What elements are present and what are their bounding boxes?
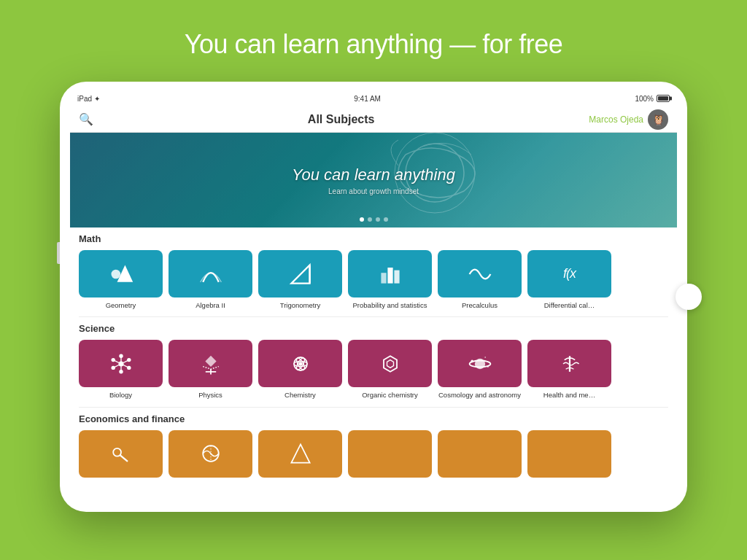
svg-point-13 (127, 358, 131, 362)
svg-point-12 (111, 358, 115, 362)
svg-point-14 (111, 366, 115, 370)
svg-point-15 (127, 366, 131, 370)
status-device: iPad ✦ (77, 95, 100, 103)
micro-icon (79, 430, 163, 478)
hero-subtitle: Learn about growth mindset (292, 187, 455, 195)
search-icon[interactable]: 🔍 (79, 112, 93, 126)
subject-micro[interactable] (79, 430, 163, 481)
ipad-frame: iPad ✦ 9:41 AM 100% 🔍 All Subjects Marco… (60, 82, 687, 512)
subject-physics[interactable]: Physics (169, 340, 252, 399)
subject-eco4[interactable] (348, 430, 432, 481)
svg-marker-42 (291, 445, 309, 463)
health-label: Health and me… (543, 391, 595, 399)
precalculus-label: Precalculus (462, 301, 498, 309)
geometry-icon (79, 250, 163, 298)
scroll-indicator[interactable] (676, 284, 702, 310)
subject-macro[interactable] (169, 430, 252, 481)
subject-probability[interactable]: Probability and statistics (348, 250, 432, 309)
svg-point-36 (484, 357, 486, 358)
hero-banner: You can learn anything Learn about growt… (70, 133, 677, 228)
side-button (57, 242, 60, 264)
chemistry-label: Chemistry (285, 391, 316, 399)
probability-label: Probability and statistics (353, 301, 427, 309)
biology-icon (79, 340, 163, 387)
eco4-icon (348, 430, 432, 478)
economics-subjects-row (79, 430, 668, 481)
geometry-label: Geometry (106, 301, 136, 309)
content-area: You can learn anything Learn about growt… (70, 133, 677, 503)
science-section: Science (70, 317, 677, 402)
cosmology-icon (438, 340, 522, 387)
svg-marker-4 (291, 265, 309, 283)
cosmology-label: Cosmology and astronomy (438, 391, 521, 399)
hero-dots (360, 217, 388, 222)
user-avatar[interactable]: 🦉 (648, 109, 668, 130)
svg-marker-31 (387, 359, 393, 368)
svg-point-34 (471, 359, 473, 362)
differential-label: Differential cal… (544, 301, 595, 309)
differential-icon: f(x (527, 250, 611, 298)
battery-icon (657, 95, 670, 102)
svg-rect-6 (381, 273, 386, 283)
economics-section-title: Economics and finance (79, 413, 668, 424)
svg-rect-7 (387, 268, 392, 284)
eco6-icon (527, 430, 611, 478)
science-subjects-row: Biology Physics (79, 340, 668, 399)
precalculus-icon (438, 250, 522, 298)
subject-geometry[interactable]: Geometry (79, 250, 163, 309)
dot-3 (376, 217, 380, 222)
dot-1 (360, 217, 364, 222)
algebra-label: Algebra II (196, 301, 225, 309)
organic-icon (348, 340, 432, 387)
nav-title: All Subjects (308, 113, 375, 126)
status-bar: iPad ✦ 9:41 AM 100% (70, 90, 677, 106)
page-headline: You can learn anything — for free (185, 29, 563, 60)
physics-label: Physics (198, 391, 222, 399)
status-battery: 100% (635, 95, 670, 103)
math-section: Math Geometry Algebra II (70, 228, 677, 312)
dot-4 (384, 217, 388, 222)
subject-biology[interactable]: Biology (79, 340, 163, 399)
eco5-icon (438, 430, 522, 478)
svg-rect-8 (394, 270, 399, 283)
hero-text: You can learn anything Learn about growt… (292, 166, 455, 195)
science-section-title: Science (79, 323, 668, 334)
physics-icon (169, 340, 252, 387)
health-icon (527, 340, 611, 387)
subject-organic[interactable]: Organic chemistry (348, 340, 432, 399)
subject-eco5[interactable] (438, 430, 522, 481)
svg-line-39 (120, 455, 128, 462)
trigonometry-label: Trigonometry (280, 301, 321, 309)
subject-trigonometry[interactable]: Trigonometry (258, 250, 342, 309)
subject-differential[interactable]: f(x Differential cal… (527, 250, 611, 309)
subject-precalculus[interactable]: Precalculus (438, 250, 522, 309)
organic-label: Organic chemistry (362, 391, 418, 399)
svg-marker-30 (384, 356, 397, 372)
finance-icon (258, 430, 342, 478)
math-subjects-row: Geometry Algebra II Trigonometry (79, 250, 668, 309)
svg-point-2 (111, 269, 120, 279)
dot-2 (368, 217, 372, 222)
subject-chemistry[interactable]: Chemistry (258, 340, 342, 399)
chemistry-icon (258, 340, 342, 387)
subject-finance[interactable] (258, 430, 342, 481)
subject-algebra[interactable]: Algebra II (169, 250, 252, 309)
user-name: Marcos Ojeda (589, 114, 643, 125)
nav-user: Marcos Ojeda 🦉 (589, 109, 668, 130)
probability-icon (348, 250, 432, 298)
trigonometry-icon (258, 250, 342, 298)
algebra-icon (169, 250, 252, 298)
svg-point-29 (298, 362, 302, 365)
hero-title: You can learn anything (292, 166, 455, 184)
biology-label: Biology (109, 391, 132, 399)
macro-icon (169, 430, 252, 478)
subject-health[interactable]: Health and me… (527, 340, 611, 399)
svg-point-35 (487, 365, 489, 368)
subject-eco6[interactable] (527, 430, 611, 481)
nav-bar: 🔍 All Subjects Marcos Ojeda 🦉 (70, 106, 677, 133)
subject-cosmology[interactable]: Cosmology and astronomy (438, 340, 522, 399)
svg-rect-22 (205, 356, 216, 367)
math-section-title: Math (79, 233, 668, 244)
status-time: 9:41 AM (354, 95, 381, 103)
